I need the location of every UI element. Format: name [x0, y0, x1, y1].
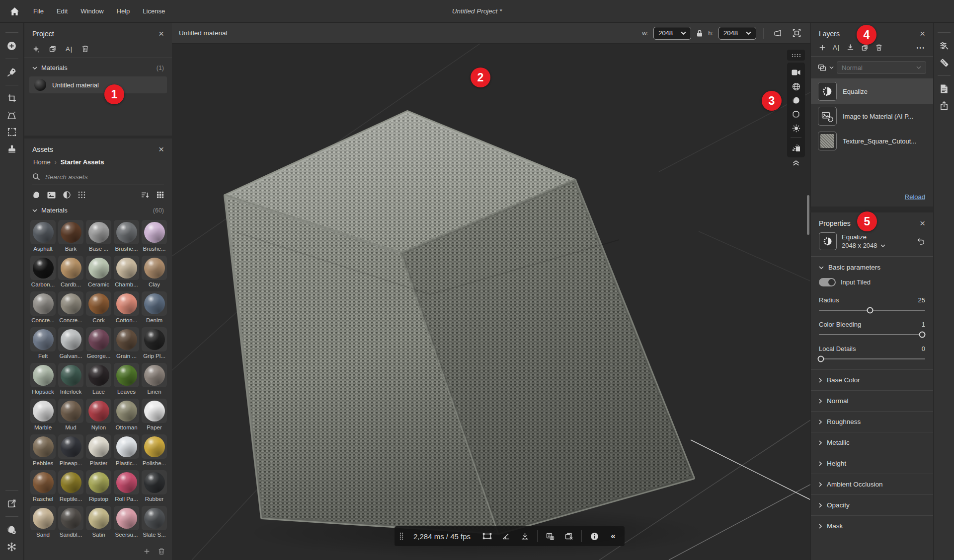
asset-material-item[interactable]: Reptile...	[58, 470, 83, 502]
slider-track[interactable]	[819, 358, 925, 359]
asset-material-item[interactable]: Grain ...	[114, 327, 139, 359]
plugins-hub-button[interactable]	[3, 538, 20, 555]
rename-layer-button[interactable]: A|	[833, 44, 840, 51]
menu-item[interactable]: Help	[110, 4, 137, 18]
asset-material-item[interactable]: Leaves	[114, 363, 139, 395]
close-icon[interactable]: ×	[920, 220, 925, 227]
send-to-button[interactable]	[3, 495, 20, 512]
asset-material-item[interactable]: Base ...	[86, 220, 111, 252]
add-material-button[interactable]	[32, 45, 40, 53]
channel-section-header[interactable]: Normal	[811, 390, 933, 411]
asset-material-item[interactable]: Paper	[142, 399, 167, 430]
channel-section-header[interactable]: Mask	[811, 515, 933, 536]
layer-stack-icon[interactable]	[818, 64, 826, 71]
breadcrumb-home[interactable]: Home	[33, 158, 51, 166]
collapse-toolbar-icon[interactable]	[793, 160, 799, 166]
marquee-tool-button[interactable]	[3, 124, 20, 140]
close-icon[interactable]: ×	[159, 30, 164, 37]
asset-material-item[interactable]: Mud	[58, 399, 83, 430]
slider-track[interactable]	[819, 334, 925, 335]
camera-view-button[interactable]	[789, 66, 803, 79]
search-input[interactable]	[45, 173, 164, 181]
texture-resolution-button[interactable]	[789, 140, 803, 154]
asset-material-item[interactable]: Concre...	[30, 291, 56, 323]
asset-material-item[interactable]: Hopsack	[30, 363, 56, 395]
viewport-scrollbar[interactable]	[807, 195, 809, 235]
drop-to-floor-button[interactable]	[518, 530, 531, 543]
toolbar-drag-handle[interactable]	[787, 50, 805, 61]
layer-item-equalize[interactable]: Equalize	[811, 79, 933, 104]
collapse-status-button[interactable]: «	[607, 530, 620, 543]
input-tiled-toggle[interactable]	[819, 278, 836, 286]
more-options-button[interactable]: •••	[916, 45, 925, 51]
share-export-button[interactable]	[936, 97, 953, 114]
asset-material-item[interactable]: Brushe...	[142, 220, 167, 252]
asset-material-item[interactable]: Sand	[30, 506, 56, 538]
view-frustum-icon[interactable]	[771, 27, 785, 40]
assets-materials-header[interactable]: Materials (60)	[24, 201, 172, 218]
slider-knob[interactable]	[818, 356, 824, 362]
asset-material-item[interactable]: Lace	[86, 363, 111, 395]
asset-material-item[interactable]: Brushe...	[114, 220, 139, 252]
trash-icon[interactable]	[158, 548, 165, 555]
asset-material-item[interactable]: Carbon...	[30, 256, 56, 287]
slider-knob[interactable]	[919, 332, 925, 338]
slider-knob[interactable]	[867, 307, 873, 314]
menu-item[interactable]: File	[27, 4, 50, 18]
close-icon[interactable]: ×	[920, 30, 925, 37]
asset-material-item[interactable]: Felt	[30, 327, 56, 359]
filter-images-icon[interactable]	[47, 192, 56, 199]
asset-material-item[interactable]: Seersu...	[114, 506, 139, 538]
asset-material-item[interactable]: Concre...	[58, 291, 83, 323]
lighting-button[interactable]	[789, 121, 803, 135]
filter-pattern-icon[interactable]	[78, 191, 85, 199]
channel-section-header[interactable]: Ambient Occlusion	[811, 474, 933, 494]
viewport-canvas[interactable]	[172, 44, 810, 560]
material-settings-button[interactable]	[3, 521, 20, 538]
status-drag-handle[interactable]	[399, 532, 403, 540]
asset-material-item[interactable]: Galvan...	[58, 327, 83, 359]
asset-material-item[interactable]: Pebbles	[30, 434, 56, 466]
asset-material-item[interactable]: Ottoman	[114, 399, 139, 430]
layer-item-texture[interactable]: Texture_Square_Cutout...	[811, 129, 933, 153]
delete-layer-button[interactable]	[875, 44, 882, 51]
asset-material-item[interactable]: Marble	[30, 399, 56, 430]
stamp-tool-button[interactable]	[3, 140, 20, 157]
asset-material-item[interactable]: Denim	[142, 291, 167, 323]
asset-material-item[interactable]: Bark	[58, 220, 83, 252]
channel-section-header[interactable]: Height	[811, 453, 933, 474]
asset-material-item[interactable]: Polishe...	[142, 434, 167, 466]
duplicate-button[interactable]	[49, 45, 57, 53]
asset-material-item[interactable]: Chamb...	[114, 256, 139, 287]
layer-item-image-to-material[interactable]: Image to Material (AI P...	[811, 104, 933, 129]
add-icon[interactable]	[144, 548, 150, 555]
width-dropdown[interactable]: 2048	[653, 27, 691, 40]
crop-tool-button[interactable]	[3, 90, 20, 107]
info-button[interactable]	[588, 530, 601, 543]
asset-material-item[interactable]: Satin	[86, 506, 111, 538]
asset-material-item[interactable]: Asphalt	[30, 220, 56, 252]
import-layer-button[interactable]	[847, 44, 854, 51]
generate-button[interactable]	[3, 64, 20, 80]
project-materials-header[interactable]: Materials (1)	[24, 58, 172, 75]
add-layer-button[interactable]	[819, 44, 826, 51]
menu-item[interactable]: License	[136, 4, 171, 18]
screenshot-button[interactable]	[544, 530, 556, 543]
asset-material-item[interactable]: Sandbl...	[58, 506, 83, 538]
filters-panel-button[interactable]	[936, 37, 953, 54]
asset-material-item[interactable]: Grip Pl...	[142, 327, 167, 359]
asset-material-item[interactable]: Roll Pa...	[114, 470, 139, 502]
disable-post-effects-button[interactable]	[562, 530, 575, 543]
asset-material-item[interactable]: Pineap...	[58, 434, 83, 466]
shape-sphere-button[interactable]	[789, 93, 803, 107]
reload-link[interactable]: Reload	[905, 193, 925, 201]
grid-view-icon[interactable]	[157, 191, 164, 199]
channel-section-header[interactable]: Opacity	[811, 494, 933, 515]
blend-mode-dropdown[interactable]: Normal	[837, 61, 926, 74]
project-material-item[interactable]: Untitled material	[29, 76, 167, 93]
lock-icon[interactable]	[696, 29, 703, 37]
document-panel-button[interactable]	[936, 80, 953, 97]
shape-blob-button[interactable]	[789, 107, 803, 121]
basic-parameters-header[interactable]: Basic parameters	[811, 257, 933, 276]
asset-material-item[interactable]: Raschel	[30, 470, 56, 502]
